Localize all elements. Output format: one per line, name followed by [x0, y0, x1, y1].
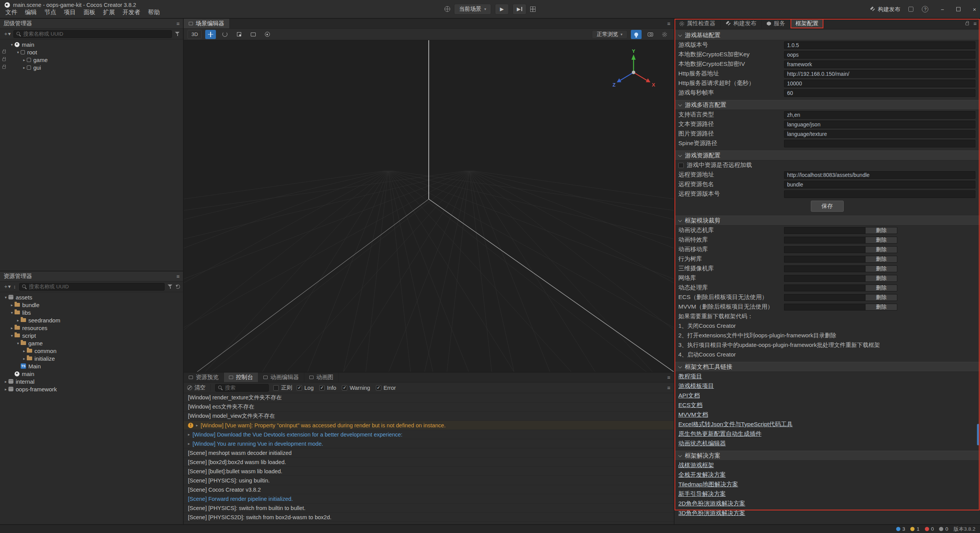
menu-item[interactable]: 扩展 — [99, 7, 119, 18]
doc-link[interactable]: 原生包热更新配置自动生成插件 — [678, 430, 761, 438]
expand-arrow-icon[interactable]: ▸ — [188, 432, 190, 437]
console-search[interactable] — [215, 384, 269, 392]
lock-toggle[interactable] — [2, 59, 6, 61]
tree-row[interactable]: ▾game — [0, 339, 183, 347]
expand-arrow-icon[interactable]: ▸ — [188, 441, 190, 446]
menu-item[interactable]: 帮助 — [144, 7, 164, 18]
field-input[interactable] — [784, 121, 975, 128]
tree-row[interactable]: ▾libs — [0, 309, 183, 316]
console-log-row[interactable]: ▸[Window] [Vue warn]: Property "onInput"… — [184, 421, 674, 430]
add-node-button[interactable]: ＋▾ — [3, 31, 10, 38]
axis-gizmo[interactable]: Y X Z — [611, 49, 657, 91]
layout-grid-icon[interactable] — [530, 7, 536, 12]
package-icon[interactable] — [908, 7, 913, 11]
console-log-row[interactable]: [Window] ecs文件夹不存在 — [184, 402, 674, 412]
section-header[interactable]: 游戏基础配置 — [675, 30, 980, 40]
field-input[interactable] — [784, 130, 975, 138]
rect-tool-button[interactable] — [248, 30, 258, 39]
scene-viewport[interactable]: Y X Z — [184, 40, 674, 372]
hierarchy-search[interactable] — [13, 30, 172, 38]
console-log-row[interactable]: [Scene] [PHYSICS]: using builtin. — [184, 476, 674, 485]
tree-row[interactable]: ▾assets — [0, 293, 183, 301]
refresh-icon[interactable] — [176, 284, 180, 289]
move-tool-button[interactable] — [205, 30, 216, 39]
console-log-row[interactable]: [Scene] meshopt wasm decoder initialized — [184, 448, 674, 458]
pivot-toggle-button[interactable] — [262, 30, 273, 39]
tab-scene-editor[interactable]: 场景编辑器 — [184, 19, 230, 28]
3d-toggle-button[interactable]: 3D — [188, 30, 202, 39]
checkbox[interactable] — [678, 163, 684, 168]
expand-arrow-icon[interactable]: ▸ — [21, 349, 27, 353]
lock-toggle[interactable] — [2, 51, 6, 54]
doc-link[interactable]: 动画状态机编辑器 — [678, 440, 726, 448]
tree-row[interactable]: ▸internal — [0, 378, 183, 385]
tree-row[interactable]: TSMain — [0, 362, 183, 370]
tree-row[interactable]: ▸common — [0, 347, 183, 355]
menu-item[interactable]: 文件 — [2, 7, 21, 18]
console-tab[interactable]: 动画编辑器 — [258, 373, 304, 382]
console-log-row[interactable]: [Window] model_view文件夹不存在 — [184, 412, 674, 421]
delete-button[interactable]: 删除 — [865, 237, 897, 244]
inspector-tab[interactable]: 属性检查器 — [675, 19, 721, 28]
doc-link[interactable]: 新手引导解决方案 — [678, 490, 726, 498]
checkbox[interactable] — [273, 385, 279, 391]
field-input[interactable] — [784, 41, 975, 49]
scene-selector-dropdown[interactable]: 当前场景 ▾ — [454, 4, 491, 15]
delete-button[interactable]: 删除 — [865, 256, 897, 263]
section-header[interactable]: 框架模块裁剪 — [675, 216, 980, 226]
tree-row[interactable]: ▸seedrandom — [0, 316, 183, 324]
status-count[interactable]: 1 — [910, 526, 920, 532]
rotate-tool-button[interactable] — [219, 30, 230, 39]
field-input[interactable] — [784, 181, 975, 188]
expand-arrow-icon[interactable]: ▾ — [9, 311, 15, 315]
checkbox[interactable] — [319, 385, 325, 391]
doc-link[interactable]: 2D角色扮演游戏解决方案 — [678, 500, 745, 508]
doc-link[interactable]: 全栈开发解决方案 — [678, 471, 726, 479]
field-input[interactable] — [784, 60, 975, 68]
doc-link[interactable]: 游戏模板项目 — [678, 382, 714, 390]
help-icon[interactable]: ? — [922, 6, 928, 12]
panel-menu-icon[interactable]: ≡ — [667, 374, 670, 381]
expand-arrow-icon[interactable]: ▸ — [9, 303, 15, 307]
status-count[interactable]: 0 — [939, 526, 948, 532]
tree-row[interactable]: ▾root — [0, 48, 183, 56]
expand-arrow-icon[interactable]: ▾ — [9, 334, 15, 338]
search-input[interactable] — [225, 385, 266, 391]
status-count[interactable]: 0 — [925, 526, 934, 532]
tree-row[interactable]: ▸oops-framework — [0, 385, 183, 393]
doc-link[interactable]: ECS文档 — [678, 401, 702, 409]
field-input[interactable] — [784, 70, 975, 78]
doc-link[interactable]: Excel格式转Json文件与TypeScript代码工具 — [678, 420, 793, 428]
doc-link[interactable]: MVVM文档 — [678, 411, 708, 419]
tree-row[interactable]: ▸bundle — [0, 301, 183, 309]
doc-link[interactable]: 3D角色扮演游戏解决方案 — [678, 509, 745, 517]
inspector-tab[interactable]: 构建发布 — [721, 19, 762, 28]
tree-row[interactable]: main — [0, 370, 183, 378]
collapse-logs-icon[interactable]: ≡ — [667, 385, 670, 391]
field-input[interactable] — [784, 51, 975, 59]
clear-console-button[interactable]: 清空 — [187, 384, 211, 391]
lock-toggle[interactable] — [2, 66, 6, 69]
panel-menu-icon[interactable]: ≡ — [176, 21, 180, 27]
console-log-row[interactable]: [Scene] [PHYSICS2D]: switch from box2d-w… — [184, 513, 674, 522]
view-mode-dropdown[interactable]: 正常浏览 ▾ — [592, 30, 627, 39]
menu-item[interactable]: 编辑 — [21, 7, 41, 18]
panel-menu-icon[interactable]: ≡ — [176, 273, 180, 280]
expand-arrow-icon[interactable]: ▸ — [3, 379, 8, 384]
console-log-row[interactable]: [Scene] [bullet]:bullet wasm lib loaded. — [184, 467, 674, 476]
console-log-row[interactable]: ▸[Window] Download the Vue Devtools exte… — [184, 430, 674, 439]
section-header[interactable]: 框架文档工具链接 — [675, 362, 980, 372]
expand-arrow-icon[interactable]: ▸ — [3, 387, 8, 391]
delete-button[interactable]: 删除 — [865, 294, 897, 301]
panel-menu-icon[interactable]: ≡ — [973, 21, 977, 27]
expand-arrow-icon[interactable]: ▾ — [15, 50, 21, 54]
expand-arrow-icon[interactable]: ▸ — [15, 318, 21, 322]
menu-item[interactable]: 项目 — [60, 7, 80, 18]
inspector-tab[interactable]: 框架配置 — [791, 19, 824, 28]
delete-button[interactable]: 删除 — [865, 304, 897, 311]
close-button[interactable]: × — [973, 6, 976, 12]
tree-row[interactable]: ▾script — [0, 332, 183, 339]
add-asset-button[interactable]: ＋▾ — [3, 283, 10, 290]
tree-row[interactable]: ▸initialize — [0, 355, 183, 362]
doc-link[interactable]: 战棋游戏框架 — [678, 461, 714, 469]
